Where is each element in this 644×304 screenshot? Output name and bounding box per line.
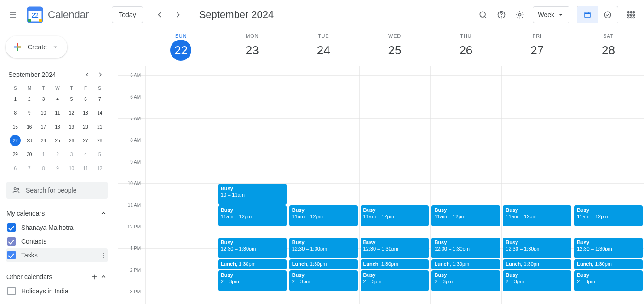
mini-day[interactable]: 7 xyxy=(24,163,35,174)
mini-day[interactable]: 3 xyxy=(66,149,77,160)
mini-day[interactable]: 5 xyxy=(66,94,77,105)
mini-day[interactable]: 14 xyxy=(94,107,105,118)
day-column[interactable] xyxy=(145,66,217,304)
mini-day[interactable]: 3 xyxy=(38,94,49,105)
mini-next-button[interactable] xyxy=(94,68,107,81)
calendar-event[interactable]: Lunch, 1:30pm xyxy=(289,259,358,269)
calendar-item[interactable]: Tasks⋮ xyxy=(6,248,108,262)
calendar-event[interactable]: Busy11am – 12pm xyxy=(574,205,643,226)
search-button[interactable] xyxy=(474,6,492,24)
calendar-event[interactable]: Busy12:30 – 1:30pm xyxy=(218,238,287,258)
plus-icon[interactable] xyxy=(90,273,98,281)
calendar-event[interactable]: Busy11am – 12pm xyxy=(289,205,358,226)
mini-day[interactable]: 21 xyxy=(94,121,105,132)
calendar-event[interactable]: Busy12:30 – 1:30pm xyxy=(503,238,571,258)
day-header[interactable]: SUN22 xyxy=(145,29,217,66)
mini-day[interactable]: 5 xyxy=(94,149,105,160)
calendar-event[interactable]: Busy2 – 3pm xyxy=(574,270,643,291)
apps-button[interactable] xyxy=(622,6,640,24)
calendar-event[interactable]: Busy11am – 12pm xyxy=(503,205,571,226)
my-calendars-toggle[interactable]: My calendars xyxy=(6,206,108,221)
mini-day[interactable]: 29 xyxy=(10,149,21,160)
calendar-event[interactable]: Busy11am – 12pm xyxy=(361,205,429,226)
calendar-view-tab[interactable] xyxy=(577,6,598,23)
mini-day[interactable]: 8 xyxy=(38,163,49,174)
prev-week-button[interactable] xyxy=(150,6,169,24)
mini-day[interactable]: 10 xyxy=(66,163,77,174)
mini-day[interactable]: 2 xyxy=(52,149,63,160)
day-header[interactable]: SAT28 xyxy=(573,29,644,66)
mini-day[interactable]: 11 xyxy=(52,107,63,118)
tasks-view-tab[interactable] xyxy=(598,6,618,23)
calendar-checkbox[interactable] xyxy=(7,251,16,259)
day-column[interactable]: Busy10 – 11amBusy11am – 12pmBusy12:30 – … xyxy=(217,66,288,304)
mini-day[interactable]: 28 xyxy=(94,135,105,146)
day-column[interactable]: Busy11am – 12pmBusy12:30 – 1:30pmLunch, … xyxy=(501,66,573,304)
mini-day[interactable]: 9 xyxy=(52,163,63,174)
calendar-checkbox[interactable] xyxy=(7,287,16,295)
day-header[interactable]: TUE24 xyxy=(288,29,359,66)
calendar-event[interactable]: Busy2 – 3pm xyxy=(361,270,429,291)
calendar-event[interactable]: Busy2 – 3pm xyxy=(431,270,500,291)
calendar-more-icon[interactable]: ⋮ xyxy=(100,251,107,259)
day-column[interactable]: Busy11am – 12pmBusy12:30 – 1:30pmLunch, … xyxy=(288,66,359,304)
mini-day[interactable]: 1 xyxy=(10,94,21,105)
mini-day[interactable]: 23 xyxy=(24,135,35,146)
mini-day[interactable]: 22 xyxy=(10,135,21,146)
day-column[interactable]: Busy11am – 12pmBusy12:30 – 1:30pmLunch, … xyxy=(359,66,431,304)
mini-day[interactable]: 4 xyxy=(52,94,63,105)
mini-day[interactable]: 12 xyxy=(66,107,77,118)
mini-day[interactable]: 18 xyxy=(52,121,63,132)
mini-prev-button[interactable] xyxy=(81,68,94,81)
mini-day[interactable]: 25 xyxy=(52,135,63,146)
calendar-item[interactable]: Holidays in India xyxy=(6,284,108,298)
mini-day[interactable]: 8 xyxy=(10,107,21,118)
mini-day[interactable]: 10 xyxy=(38,107,49,118)
mini-day[interactable]: 4 xyxy=(80,149,91,160)
mini-day[interactable]: 30 xyxy=(24,149,35,160)
menu-button[interactable] xyxy=(4,6,22,24)
calendar-event[interactable]: Lunch, 1:30pm xyxy=(574,259,643,269)
calendar-event[interactable]: Busy2 – 3pm xyxy=(289,270,358,291)
calendar-event[interactable]: Busy12:30 – 1:30pm xyxy=(361,238,429,258)
calendar-event[interactable]: Busy10 – 11am xyxy=(218,184,287,205)
day-column[interactable]: Busy11am – 12pmBusy12:30 – 1:30pmLunch, … xyxy=(430,66,501,304)
day-column[interactable]: Busy11am – 12pmBusy12:30 – 1:30pmLunch, … xyxy=(573,66,644,304)
calendar-event[interactable]: Busy12:30 – 1:30pm xyxy=(574,238,643,258)
today-button[interactable]: Today xyxy=(112,6,143,23)
mini-day[interactable]: 9 xyxy=(24,107,35,118)
calendar-item[interactable]: Shanaya Malhotra xyxy=(6,221,108,234)
mini-day[interactable]: 2 xyxy=(24,94,35,105)
calendar-event[interactable]: Busy2 – 3pm xyxy=(503,270,571,291)
mini-day[interactable]: 20 xyxy=(80,121,91,132)
mini-day[interactable]: 1 xyxy=(38,149,49,160)
calendar-event[interactable]: Lunch, 1:30pm xyxy=(361,259,429,269)
other-calendars-toggle[interactable]: Other calendars xyxy=(6,269,108,284)
mini-day[interactable]: 27 xyxy=(80,135,91,146)
create-button[interactable]: Create xyxy=(6,36,67,58)
mini-day[interactable]: 19 xyxy=(66,121,77,132)
mini-day[interactable]: 6 xyxy=(10,163,21,174)
calendar-checkbox[interactable] xyxy=(7,237,16,246)
day-header[interactable]: FRI27 xyxy=(501,29,573,66)
mini-day[interactable]: 13 xyxy=(80,107,91,118)
mini-day[interactable]: 11 xyxy=(80,163,91,174)
settings-button[interactable] xyxy=(511,6,529,24)
search-people-input[interactable]: Search for people xyxy=(6,182,108,199)
mini-day[interactable]: 16 xyxy=(24,121,35,132)
next-week-button[interactable] xyxy=(169,6,187,24)
calendar-event[interactable]: Busy2 – 3pm xyxy=(218,270,287,291)
calendar-checkbox[interactable] xyxy=(7,223,16,232)
calendar-event[interactable]: Lunch, 1:30pm xyxy=(218,259,287,269)
calendar-event[interactable]: Busy12:30 – 1:30pm xyxy=(289,238,358,258)
calendar-item[interactable]: Contacts xyxy=(6,234,108,248)
mini-day[interactable]: 7 xyxy=(94,94,105,105)
calendar-event[interactable]: Lunch, 1:30pm xyxy=(503,259,571,269)
mini-day[interactable]: 12 xyxy=(94,163,105,174)
calendar-event[interactable]: Busy11am – 12pm xyxy=(431,205,500,226)
calendar-event[interactable]: Busy11am – 12pm xyxy=(218,205,287,226)
mini-day[interactable]: 6 xyxy=(80,94,91,105)
day-header[interactable]: MON23 xyxy=(217,29,288,66)
calendar-event[interactable]: Busy12:30 – 1:30pm xyxy=(431,238,500,258)
day-header[interactable]: WED25 xyxy=(359,29,431,66)
